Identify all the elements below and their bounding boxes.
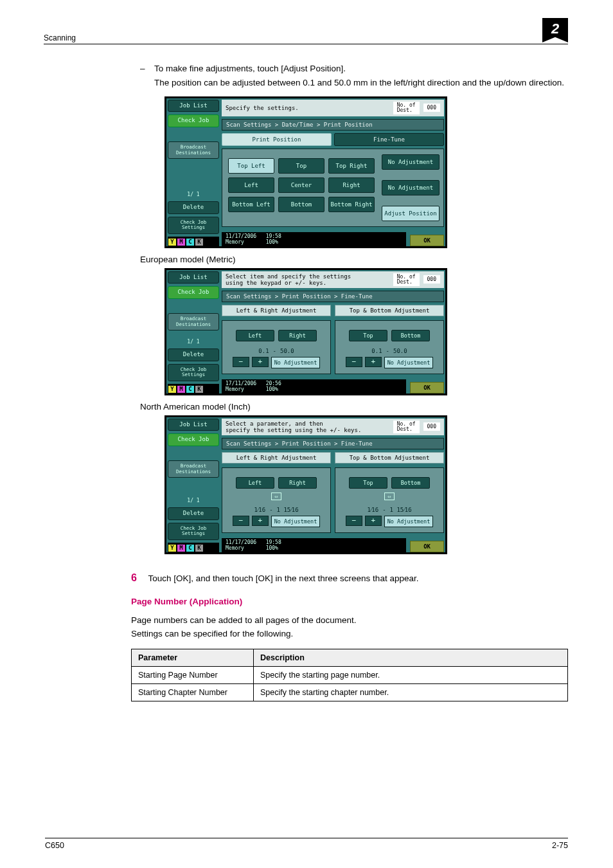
tab-fine-tune[interactable]: Fine-Tune (334, 133, 444, 146)
pos-bottom-left[interactable]: Bottom Left (228, 197, 274, 212)
minus-button[interactable]: − (346, 357, 362, 367)
dest-count: 000 (423, 422, 440, 431)
screenshot-print-position: Job List Check Job Broadcast Destination… (164, 96, 447, 248)
delete-button[interactable]: Delete (168, 201, 219, 214)
panel-title: Select a parameter, and then specify the… (226, 420, 361, 433)
caption-na: North American model (Inch) (140, 402, 568, 411)
delete-button[interactable]: Delete (168, 348, 219, 361)
double-arrow-icon: ⇔ (384, 493, 394, 500)
parameter-table: Parameter Description Starting Page Numb… (131, 649, 568, 701)
right-button[interactable]: Right (278, 477, 317, 489)
pos-top[interactable]: Top (278, 158, 324, 174)
top-bottom-section: Top & Bottom Adjustment (335, 452, 444, 464)
top-bottom-section: Top & Bottom Adjustment (335, 305, 444, 316)
check-job-settings-button[interactable]: Check Job Settings (168, 217, 219, 234)
double-arrow-icon: ⇔ (271, 493, 281, 500)
pos-left[interactable]: Left (228, 177, 274, 193)
dest-count-label: No. of Dest. (393, 273, 420, 286)
chapter-badge: 2 (542, 18, 568, 42)
bottom-button[interactable]: Bottom (391, 330, 430, 341)
dest-count-label: No. of Dest. (393, 420, 420, 433)
dest-count: 000 (423, 104, 440, 112)
left-button[interactable]: Left (236, 330, 274, 341)
check-job-settings-button[interactable]: Check Job Settings (168, 364, 219, 381)
range-hi: 1 15⁄16 (277, 507, 299, 513)
top-button[interactable]: Top (349, 477, 387, 489)
no-adjustment-tb[interactable]: No Adjustment (382, 180, 440, 195)
caption-euro: European model (Metric) (140, 255, 568, 264)
dest-count: 000 (423, 275, 440, 284)
right-button[interactable]: Right (278, 330, 317, 341)
toner-indicator: YMCK (168, 384, 219, 393)
bottom-button[interactable]: Bottom (391, 477, 430, 489)
broadcast-destinations-button[interactable]: Broadcast Destinations (168, 460, 219, 478)
job-list-button[interactable]: Job List (168, 419, 219, 431)
plus-button[interactable]: + (252, 357, 269, 367)
pos-bottom[interactable]: Bottom (278, 197, 324, 212)
dest-count-label: No. of Dest. (393, 102, 420, 114)
check-job-button[interactable]: Check Job (168, 114, 219, 127)
step-number: 6 (131, 572, 137, 583)
no-adjustment-lr[interactable]: No Adjustment (382, 154, 440, 170)
delete-button[interactable]: Delete (168, 507, 219, 520)
toner-indicator: YMCK (168, 237, 219, 246)
cell-param: Starting Page Number (132, 666, 254, 683)
left-button[interactable]: Left (236, 477, 274, 489)
range-hi: 50.0 (280, 348, 294, 354)
job-list-button[interactable]: Job List (168, 100, 219, 113)
plus-button[interactable]: + (252, 516, 269, 526)
pos-top-right[interactable]: Top Right (328, 158, 375, 174)
minus-button[interactable]: − (346, 516, 362, 526)
cell-param: Starting Chapter Number (132, 683, 254, 701)
no-adjustment-button[interactable]: No Adjustment (271, 516, 321, 527)
panel-title: Specify the settings. (226, 105, 299, 111)
pos-top-left[interactable]: Top Left (228, 158, 274, 174)
check-job-button[interactable]: Check Job (168, 433, 219, 446)
range-lo: 1⁄16 (367, 507, 378, 513)
broadcast-destinations-button[interactable]: Broadcast Destinations (168, 141, 219, 159)
footer-page: 2-75 (552, 841, 568, 850)
body-text: Page numbers can be added to all pages o… (131, 615, 568, 625)
minus-button[interactable]: − (233, 357, 249, 367)
pos-bottom-right[interactable]: Bottom Right (328, 197, 375, 212)
check-job-button[interactable]: Check Job (168, 286, 219, 299)
pos-center[interactable]: Center (278, 177, 324, 193)
status-bar: 11/17/2006 19:58 Memory 100% (222, 538, 406, 552)
no-adjustment-button[interactable]: No Adjustment (271, 357, 321, 368)
no-adjustment-button[interactable]: No Adjustment (384, 516, 434, 527)
running-head: Scanning (44, 33, 76, 42)
plus-button[interactable]: + (365, 357, 382, 367)
tab-print-position[interactable]: Print Position (222, 133, 332, 146)
plus-button[interactable]: + (365, 516, 382, 526)
step-text: Touch [OK], and then touch [OK] in the n… (148, 574, 418, 583)
status-bar: 11/17/2006 19:58 Memory 100% (222, 232, 406, 246)
bullet-detail: The position can be adjusted between 0.1… (154, 77, 568, 89)
bullet-dash: – (140, 62, 148, 75)
job-list-button[interactable]: Job List (168, 271, 219, 284)
top-button[interactable]: Top (349, 330, 387, 341)
broadcast-destinations-button[interactable]: Broadcast Destinations (168, 313, 219, 330)
page-indicator: 1/ 1 (168, 496, 219, 505)
bullet-text: To make fine adjustments, touch [Adjust … (154, 62, 346, 75)
breadcrumb: Scan Settings > Print Position > Fine-Tu… (222, 291, 444, 302)
table-row: Starting Page Number Specify the startin… (132, 666, 568, 683)
ok-button[interactable]: OK (410, 541, 444, 552)
pos-right[interactable]: Right (328, 177, 375, 193)
minus-button[interactable]: − (233, 516, 249, 526)
ok-button[interactable]: OK (410, 235, 444, 246)
range-hi: 50.0 (393, 348, 407, 354)
breadcrumb: Scan Settings > Date/Time > Print Positi… (222, 119, 444, 131)
left-right-section: Left & Right Adjustment (222, 305, 331, 316)
check-job-settings-button[interactable]: Check Job Settings (168, 523, 219, 540)
screenshot-fine-tune-metric: Job List Check Job Broadcast Destination… (164, 268, 447, 395)
ok-button[interactable]: OK (410, 382, 444, 393)
section-heading: Page Number (Application) (131, 597, 568, 606)
adjust-position-button[interactable]: Adjust Position (382, 206, 440, 221)
step-6: 6 Touch [OK], and then touch [OK] in the… (131, 572, 568, 584)
panel-title: Select item and specify the settings usi… (226, 273, 351, 286)
no-adjustment-button[interactable]: No Adjustment (384, 357, 434, 368)
footer-model: C650 (45, 841, 64, 850)
page-indicator: 1/ 1 (168, 190, 219, 199)
th-description: Description (254, 649, 568, 666)
breadcrumb: Scan Settings > Print Position > Fine-Tu… (222, 438, 444, 449)
